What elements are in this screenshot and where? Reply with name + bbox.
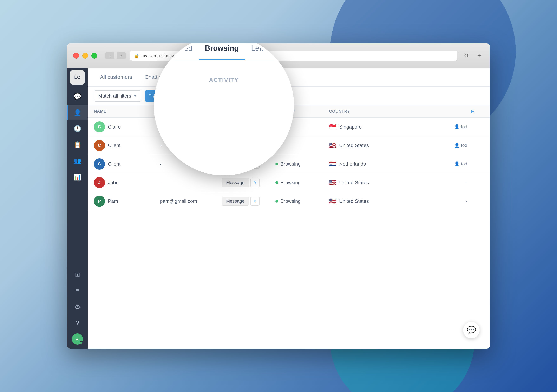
cell-name: C Client [94,158,160,170]
cell-name: C Claire [94,121,160,132]
table-row: C Client - Message — 🇺🇸 United States [88,136,490,155]
nav-buttons: ‹ › [106,52,126,59]
user-avatar-claire: C [94,121,105,132]
sidebar-nav: 💬 👤 🕐 📋 👥 📊 [67,89,88,267]
menu-icon: ≡ [75,287,79,294]
browsing-dot [275,163,278,165]
cell-country: 🇺🇸 United States - [329,198,467,204]
sidebar-item-history[interactable]: 🕐 [67,121,88,136]
cell-country: 🇺🇸 United States 👤 tod [329,142,467,149]
history-icon: 🕐 [74,125,81,132]
cell-activity: Browsing [275,161,329,167]
user-avatar-client1: C [94,140,105,151]
last-seen-claire: 👤 tod [454,124,467,130]
flag-us2: 🇺🇸 [329,179,336,186]
new-tab-button[interactable]: + [475,51,484,60]
dropdown-arrow-icon: ▼ [133,94,137,98]
customers-icon: 👤 [74,109,81,116]
cell-name: C Client [94,140,160,151]
chat-fab-icon: 💬 [467,326,476,335]
user-avatar-pam: P [94,196,105,207]
sidebar-item-help[interactable]: ? [72,315,83,331]
last-seen-pam: - [466,198,467,204]
browsing-badge-john: Browsing [275,180,301,186]
sidebar-item-reports[interactable]: 📊 [67,169,88,184]
back-icon: ‹ [109,53,111,58]
name-client1: Client [108,143,121,148]
sidebar-item-avatar[interactable]: A [72,331,83,347]
tab-all-customers[interactable]: All customers [94,68,139,87]
zoom-activity-label: ACTIVITY [209,77,239,83]
help-icon: ? [76,319,79,327]
sidebar-item-apps[interactable]: ⊞ [72,267,83,282]
sidebar-item-tickets[interactable]: 📋 [67,137,88,152]
sidebar-item-chats[interactable]: 💬 [67,89,88,104]
message-button-john[interactable]: Message [222,178,249,187]
flag-nl: 🇳🇱 [329,161,336,167]
traffic-lights [73,53,97,59]
settings-icon: ⚙ [75,303,80,310]
data-table: NAME EMAIL ▲ ACTIONS ACTIVITY COUNTRY [88,105,490,349]
name-claire: Claire [108,124,121,130]
zoom-tab-browsing[interactable]: Browsing [199,43,245,60]
edit-button-john[interactable]: ✎ [250,178,260,187]
chat-fab-button[interactable]: 💬 [463,322,480,338]
cell-activity: Browsing [275,180,329,186]
user-avatar-john: J [94,177,105,188]
cell-country: 🇺🇸 United States - [329,179,467,186]
reports-icon: 📊 [74,173,81,180]
online-indicator [80,341,82,344]
chats-icon: 💬 [74,93,81,100]
cell-name: P Pam [94,196,160,207]
message-button-pam[interactable]: Message [222,197,249,206]
sidebar-item-menu[interactable]: ≡ [72,283,83,298]
minimize-button[interactable] [82,53,88,59]
last-seen-client2: 👤 tod [454,161,467,167]
team-icon: 👥 [74,157,81,164]
activity-filter-icon: ⤴ [149,93,151,99]
browsing-badge-pam: Browsing [275,198,301,204]
edit-button-pam[interactable]: ✎ [250,197,260,206]
sidebar: LC 💬 👤 🕐 📋 👥 📊 [67,68,88,349]
forward-icon: › [121,53,122,58]
sidebar-item-customers[interactable]: 👤 [67,105,88,120]
match-filter-label: Match all filters [98,93,131,99]
mac-window: ‹ › 🔒 my.livechatinc.com ↻ + LC 💬 [67,43,490,349]
table-row: C Client - Message ✎ Browsing [88,155,490,173]
refresh-button[interactable]: ↻ [461,51,471,60]
cell-action: Message ✎ [222,197,275,206]
apps-icon: ⊞ [75,271,80,278]
cell-country: 🇳🇱 Netherlands 👤 tod [329,161,467,167]
user-avatar: A [72,333,83,344]
flag-sg: 🇸🇬 [329,123,336,130]
refresh-icon: ↻ [464,52,468,59]
name-client2: Client [108,161,121,167]
cell-email: pam@gmail.com [160,198,222,204]
close-button[interactable] [73,53,79,59]
flag-us1: 🇺🇸 [329,142,336,149]
sidebar-item-team[interactable]: 👥 [67,153,88,168]
browsing-badge-client2: Browsing [275,161,301,167]
match-filter-button[interactable]: Match all filters ▼ [94,90,141,101]
lock-icon: 🔒 [134,53,139,58]
table-row: J John - Message ✎ Browsing [88,173,490,192]
browsing-dot [275,181,278,184]
cell-name: J John [94,177,160,188]
sidebar-logo[interactable]: LC [70,70,85,85]
columns-settings-button[interactable]: ⊞ [467,107,478,115]
last-seen-john: - [466,180,467,185]
back-button[interactable]: ‹ [106,52,115,59]
user-avatar-client2: C [94,158,105,170]
cell-action: Message ✎ [222,178,275,187]
cell-activity: Browsing [275,198,329,204]
flag-us3: 🇺🇸 [329,198,336,204]
maximize-button[interactable] [91,53,97,59]
th-name: NAME [94,109,160,114]
forward-button[interactable]: › [116,52,126,59]
cell-activity: — [275,143,329,148]
cell-email: - [160,180,222,186]
last-seen-client1: 👤 tod [454,143,467,148]
sidebar-item-settings[interactable]: ⚙ [72,299,83,314]
new-tab-icon: + [477,52,481,59]
name-pam: Pam [108,198,118,204]
